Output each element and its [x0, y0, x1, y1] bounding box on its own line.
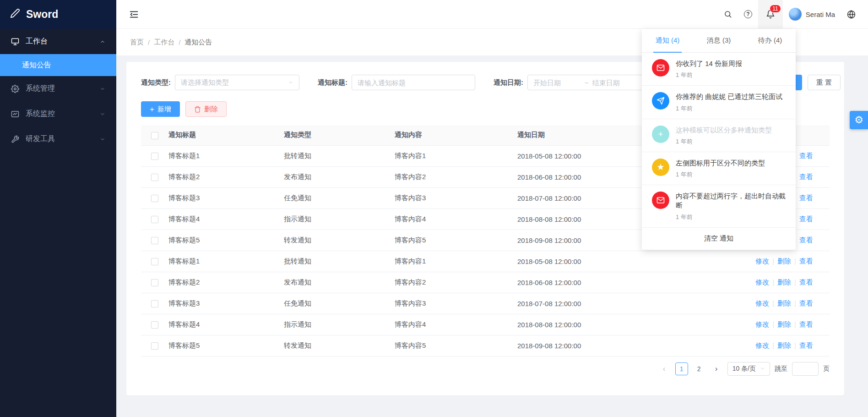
page-number-2[interactable]: 2: [693, 362, 705, 375]
sidebar-item-dev-tools[interactable]: 研发工具: [0, 126, 116, 152]
jump-page-input[interactable]: [792, 362, 819, 376]
notification-item[interactable]: + 这种模板可以区分多种通知类型 1 年前: [642, 119, 796, 152]
cell-notice-content: 博客内容2: [393, 166, 515, 187]
page-size-select[interactable]: 10 条/页: [727, 362, 770, 376]
chevron-up-icon: [100, 39, 105, 44]
tool-icon: [11, 135, 20, 144]
cell-notice-content: 博客内容5: [393, 230, 515, 251]
row-checkbox[interactable]: [151, 174, 158, 181]
clear-notifications-button[interactable]: 清空 通知: [642, 228, 796, 250]
logo[interactable]: Sword: [0, 0, 116, 29]
view-link[interactable]: 查看: [799, 173, 813, 181]
help-icon[interactable]: ?: [738, 0, 758, 28]
tab-todos[interactable]: 待办 (4): [744, 29, 796, 52]
settings-fab[interactable]: ⚙: [850, 111, 868, 129]
cell-notice-title: 博客标题5: [167, 335, 282, 356]
edit-link[interactable]: 修改: [755, 341, 769, 349]
view-link[interactable]: 查看: [799, 152, 813, 159]
user-name: Serati Ma: [806, 11, 835, 18]
table-row: 博客标题1 批转通知 博客内容1 2018-05-08 12:00:00 修改|…: [141, 251, 830, 272]
sidebar-item-system-monitor[interactable]: 系统监控: [0, 101, 116, 126]
notification-item[interactable]: 你收到了 14 份新周报 1 年前: [642, 53, 796, 86]
cell-notice-date: 2018-05-08 12:00:00: [515, 251, 738, 272]
row-checkbox[interactable]: [151, 153, 158, 160]
sidebar-item-workbench[interactable]: 工作台: [0, 29, 116, 54]
notice-title-input[interactable]: [358, 79, 469, 87]
chevron-down-icon: [288, 79, 293, 87]
table-row: 博客标题3 任免通知 博客内容3 2018-07-08 12:00:00 修改|…: [141, 293, 830, 314]
sidebar-item-notice[interactable]: 通知公告: [0, 54, 116, 76]
row-checkbox[interactable]: [151, 195, 158, 202]
filter-title-label: 通知标题:: [318, 78, 347, 87]
send-icon: [652, 92, 669, 110]
cell-notice-type: 任免通知: [282, 293, 393, 314]
select-all-checkbox[interactable]: [151, 132, 158, 139]
jump-label: 跳至: [775, 365, 787, 373]
cell-notice-type: 发布通知: [282, 272, 393, 293]
cell-notice-content: 博客内容1: [393, 251, 515, 272]
col-title: 通知标题: [167, 125, 282, 145]
page-number-1[interactable]: 1: [675, 362, 688, 375]
cell-notice-title: 博客标题5: [167, 230, 282, 251]
row-checkbox[interactable]: [151, 258, 158, 265]
prev-page-icon[interactable]: ‹: [658, 362, 671, 375]
row-checkbox[interactable]: [151, 342, 158, 350]
tab-messages[interactable]: 消息 (3): [693, 29, 744, 52]
sidebar-item-system-admin[interactable]: 系统管理: [0, 76, 116, 101]
delete-link[interactable]: 删除: [777, 341, 791, 349]
edit-link[interactable]: 修改: [755, 278, 769, 286]
view-link[interactable]: 查看: [799, 215, 813, 223]
cell-notice-type: 指示通知: [282, 208, 393, 230]
edit-link[interactable]: 修改: [755, 257, 769, 265]
filter-date-group: 通知日期: ~: [494, 75, 665, 90]
delete-link[interactable]: 删除: [777, 257, 791, 265]
start-date-input[interactable]: [533, 79, 581, 87]
cell-notice-type: 批转通知: [282, 145, 393, 166]
view-link[interactable]: 查看: [799, 236, 813, 244]
topbar: ? 11 Serati Ma: [116, 0, 868, 29]
tab-notices[interactable]: 通知 (4): [642, 29, 693, 52]
view-link[interactable]: 查看: [799, 299, 813, 307]
row-checkbox[interactable]: [151, 321, 158, 329]
view-link[interactable]: 查看: [799, 341, 813, 349]
sidebar-item-label: 通知公告: [22, 60, 51, 70]
cell-notice-date: 2018-06-08 12:00:00: [515, 272, 738, 293]
delete-link[interactable]: 删除: [777, 278, 791, 286]
view-link[interactable]: 查看: [799, 257, 813, 265]
pagination: ‹ 1 2 › 10 条/页 跳至 页: [141, 362, 830, 376]
cell-notice-title: 博客标题4: [167, 208, 282, 230]
view-link[interactable]: 查看: [799, 194, 813, 202]
row-checkbox[interactable]: [151, 300, 158, 307]
menu-fold-icon[interactable]: [129, 10, 139, 19]
add-button[interactable]: + 新增: [141, 101, 180, 117]
delete-button[interactable]: 删除: [185, 101, 227, 117]
reset-button[interactable]: 重 置: [808, 75, 841, 90]
end-date-input[interactable]: [592, 79, 640, 87]
row-checkbox[interactable]: [151, 279, 158, 286]
cell-notice-title: 博客标题2: [167, 272, 282, 293]
notification-item[interactable]: ★ 左侧图标用于区分不同的类型 1 年前: [642, 152, 796, 185]
edit-link[interactable]: 修改: [755, 320, 769, 328]
language-globe-icon[interactable]: [841, 0, 862, 28]
notification-bell[interactable]: 11: [758, 0, 783, 28]
notice-type-select[interactable]: 请选择通知类型: [175, 75, 299, 90]
breadcrumb-home[interactable]: 首页: [130, 38, 144, 47]
cell-notice-type: 发布通知: [282, 166, 393, 187]
monitor-chart-icon: [11, 110, 20, 119]
delete-link[interactable]: 删除: [777, 320, 791, 328]
row-checkbox[interactable]: [151, 237, 158, 244]
breadcrumb-workbench[interactable]: 工作台: [154, 38, 174, 47]
delete-link[interactable]: 删除: [777, 299, 791, 307]
notification-item[interactable]: 内容不要超过两行字，超出时自动截断 1 年前: [642, 185, 796, 228]
notification-item[interactable]: 你推荐的 曲妮妮 已通过第三轮面试 1 年前: [642, 86, 796, 119]
row-checkbox[interactable]: [151, 216, 158, 223]
app-root: Sword 工作台 通知公告 系统管理: [0, 0, 868, 417]
view-link[interactable]: 查看: [799, 320, 813, 328]
search-icon[interactable]: [718, 0, 738, 28]
next-page-icon[interactable]: ›: [710, 362, 723, 375]
edit-link[interactable]: 修改: [755, 299, 769, 307]
cell-notice-title: 博客标题3: [167, 293, 282, 314]
view-link[interactable]: 查看: [799, 278, 813, 286]
user-menu[interactable]: Serati Ma: [783, 0, 841, 28]
cell-notice-content: 博客内容1: [393, 145, 515, 166]
